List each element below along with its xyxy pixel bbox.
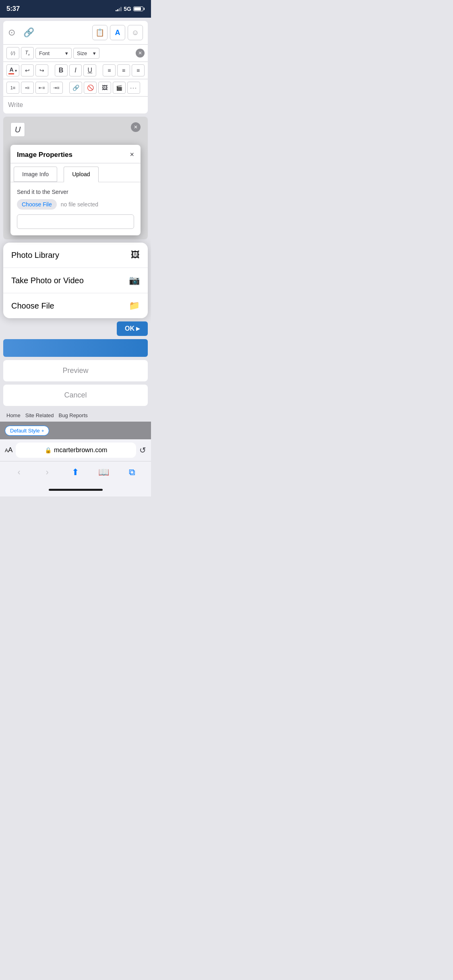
action-take-photo[interactable]: Take Photo or Video 📷 [3,268,148,293]
font-dropdown-icon: ▾ [65,50,68,56]
aa-text-button[interactable]: AA [5,446,12,454]
image-properties-modal: Image Properties × Image Info Upload Sen… [10,145,141,235]
cancel-section[interactable]: Cancel [3,385,148,406]
address-bar[interactable]: 🔒 mcarterbrown.com [16,443,136,458]
status-time: 5:37 [6,5,20,13]
network-type: 5G [124,6,131,12]
font-select-label: Font [39,50,50,56]
default-style-chevron-icon: ⋄ [41,428,44,433]
insert-media-button[interactable]: 🎬 [113,82,126,94]
ok-icon: ▶ [136,326,140,331]
clipboard-button[interactable]: 📋 [92,25,108,40]
camera-icon[interactable]: ⊙ [8,27,15,38]
source-button[interactable]: ⟨/⟩ [6,47,19,59]
nav-home[interactable]: Home [6,412,21,418]
toolbar-row-format: A ▾ ↩ ↪ B I U ≡ ≡ ≡ [3,62,148,79]
home-bar [49,489,103,491]
color-dropdown-icon: ▾ [15,68,17,73]
align-left-button[interactable]: ≡ [103,64,116,76]
choose-file-icon: 📁 [129,301,140,311]
toolbar-row-font: ⟨/⟩ Tx Font ▾ Size ▾ ✕ [3,45,148,62]
share-button[interactable]: ⬆ [66,463,84,481]
home-indicator [0,483,151,496]
modal-input-row [17,214,134,229]
nav-site-related[interactable]: Site Related [25,412,54,418]
ok-area: OK ▶ [3,321,148,336]
action-choose-file-label: Choose File [11,301,54,311]
blue-gradient-bar [3,339,148,357]
photo-library-icon: 🖼 [131,250,140,260]
battery-icon [133,6,145,11]
unordered-list-button[interactable]: •≡ [21,82,34,94]
safari-style-bar: Default Style ⋄ [0,422,151,439]
size-select[interactable]: Size ▾ [73,48,99,59]
bottom-nav-links: Home Site Related Bug Reports [0,409,151,422]
toolbar-row-lists: 1≡ •≡ ⇤≡ ⇥≡ 🔗 🚫 🖼 🎬 ··· [3,79,148,97]
font-color-button[interactable]: A [110,25,125,40]
status-bar: 5:37 5G [0,0,151,18]
text-color-button[interactable]: A ▾ [6,64,19,76]
link-icon[interactable]: 🔗 [23,27,34,38]
modal-overlay: U ✕ Image Properties × Image Info Upload… [3,117,148,239]
nav-bug-reports[interactable]: Bug Reports [59,412,88,418]
bottom-toolbar: ‹ › ⬆ 📖 ⧉ [0,461,151,483]
align-center-button[interactable]: ≡ [117,64,130,76]
clear-format-button[interactable]: Tx [21,47,34,59]
address-bar-row: AA 🔒 mcarterbrown.com ↺ [0,439,151,461]
refresh-button[interactable]: ↺ [139,445,146,455]
modal-title: Image Properties [17,151,72,159]
action-photo-library[interactable]: Photo Library 🖼 [3,243,148,268]
action-take-photo-label: Take Photo or Video [11,276,84,285]
close-toolbar-button[interactable]: ✕ [136,49,145,58]
hidden-u-button: U [10,122,25,137]
default-style-button[interactable]: Default Style ⋄ [5,426,49,436]
take-photo-icon: 📷 [129,275,140,286]
modal-close-button[interactable]: × [130,150,134,159]
emoji-button[interactable]: ☺ [128,25,143,40]
lock-icon: 🔒 [45,447,52,453]
more-button[interactable]: ··· [127,82,140,94]
forward-button[interactable]: › [38,463,56,481]
modal-header: Image Properties × [10,145,141,163]
italic-button[interactable]: I [69,64,82,76]
preview-section: Preview [3,360,148,381]
undo-button[interactable]: ↩ [21,64,34,76]
top-icon-left: ⊙ 🔗 [8,27,34,38]
font-select[interactable]: Font ▾ [35,48,72,59]
ok-button[interactable]: OK ▶ [117,321,148,336]
action-choose-file[interactable]: Choose File 📁 [3,293,148,318]
tab-upload[interactable]: Upload [64,167,98,182]
bookmarks-button[interactable]: 📖 [95,463,113,481]
address-domain: mcarterbrown.com [54,447,107,454]
upload-url-input[interactable] [17,214,134,229]
choose-file-button[interactable]: Choose File [17,199,57,210]
indent-more-button[interactable]: ⇥≡ [50,82,63,94]
file-row: Choose File no file selected [17,199,134,210]
align-right-button[interactable]: ≡ [132,64,145,76]
top-icon-right: 📋 A ☺ [92,25,143,40]
size-select-label: Size [77,50,87,56]
ordered-list-button[interactable]: 1≡ [6,82,19,94]
modal-body: Send it to the Server Choose File no fil… [10,182,141,235]
write-area[interactable]: Write [3,97,148,113]
bold-button[interactable]: B [55,64,68,76]
insert-link-button[interactable]: 🔗 [69,82,82,94]
tabs-button[interactable]: ⧉ [123,463,141,481]
indent-less-button[interactable]: ⇤≡ [35,82,48,94]
write-placeholder: Write [8,101,23,108]
send-label: Send it to the Server [17,189,134,195]
redo-button[interactable]: ↪ [35,64,48,76]
close-circle-2[interactable]: ✕ [131,122,141,132]
action-photo-library-label: Photo Library [11,251,59,260]
back-button[interactable]: ‹ [10,463,28,481]
ok-label: OK [125,325,134,332]
tab-image-info[interactable]: Image Info [14,167,57,182]
preview-label: Preview [62,366,88,375]
insert-image-button[interactable]: 🖼 [98,82,111,94]
underline-button[interactable]: U [83,64,96,76]
modal-tabs: Image Info Upload [10,163,141,182]
unlink-button[interactable]: 🚫 [84,82,97,94]
size-dropdown-icon: ▾ [93,50,96,56]
signal-bars-icon [116,6,122,11]
default-style-label: Default Style [10,428,40,434]
